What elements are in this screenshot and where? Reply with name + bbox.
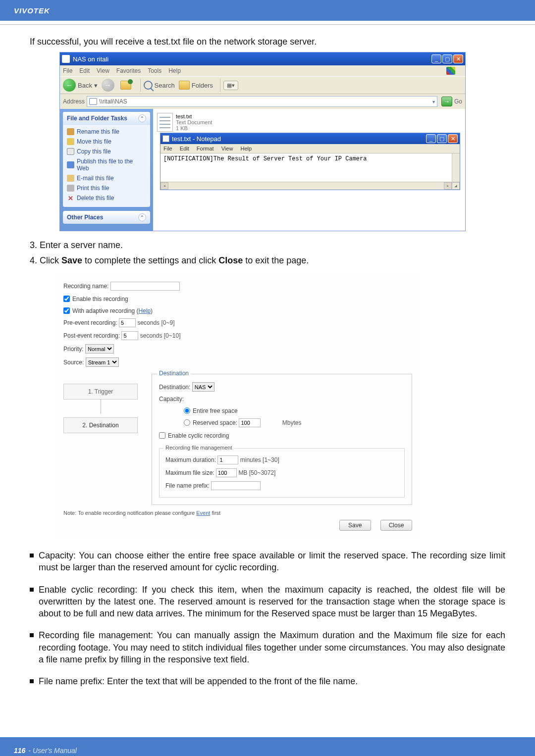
capacity-reserved-label: Reserved space:	[193, 419, 237, 426]
max-filesize-unit: MB [50~3072]	[238, 469, 275, 476]
file-item-test-txt[interactable]: test.txt Text Document 1 KB	[157, 113, 461, 132]
windows-flag-icon	[446, 67, 455, 75]
np-hscrollbar[interactable]: ◂▸◢	[160, 182, 460, 190]
recording-name-label: Recording name:	[63, 283, 108, 290]
task-email[interactable]: E-mail this file	[67, 173, 146, 183]
file-size: 1 KB	[176, 125, 212, 131]
wizard-step-destination[interactable]: 2. Destination	[63, 417, 138, 433]
prefix-input[interactable]	[211, 481, 261, 490]
publish-icon	[67, 161, 74, 168]
adaptive-recording-checkbox[interactable]	[63, 307, 70, 314]
menu-edit[interactable]: Edit	[79, 67, 90, 74]
window-title: NAS on ritali	[73, 55, 108, 63]
capacity-entire-radio[interactable]	[184, 407, 190, 414]
np-menu-file[interactable]: File	[163, 146, 172, 151]
pre-event-unit: seconds [0~9]	[137, 319, 174, 326]
task-print[interactable]: Print this file	[67, 183, 146, 193]
recording-name-input[interactable]	[110, 282, 180, 291]
close-button-form[interactable]: Close	[380, 520, 412, 531]
help-link[interactable]: Help	[138, 307, 151, 314]
max-filesize-label: Maximum file size:	[165, 469, 214, 476]
address-bar: Address \\ritali\NAS ▾ → Go	[60, 94, 465, 109]
pre-event-input[interactable]	[119, 318, 136, 327]
delete-icon: ✕	[67, 195, 74, 202]
save-button[interactable]: Save	[339, 520, 371, 531]
adaptive-recording-label: With adaptive recording (Help)	[72, 307, 153, 314]
post-event-unit: seconds [0~10]	[140, 332, 181, 339]
cyclic-checkbox[interactable]	[159, 432, 165, 439]
destination-label: Destination:	[159, 384, 190, 391]
np-menu-help[interactable]: Help	[240, 146, 252, 151]
notepad-icon	[162, 135, 169, 142]
task-move[interactable]: Move this file	[67, 137, 146, 147]
menu-file[interactable]: File	[63, 67, 72, 74]
max-filesize-input[interactable]	[216, 468, 237, 477]
nas-icon	[62, 55, 70, 63]
source-label: Source:	[63, 359, 84, 366]
reserved-space-input[interactable]	[239, 418, 261, 427]
menubar: File Edit View Favorites Tools Help	[60, 65, 465, 76]
maximize-button[interactable]: ▢	[442, 54, 452, 63]
max-duration-input[interactable]	[217, 455, 238, 464]
step-3: 3. Enter a server name.	[30, 240, 505, 251]
page-footer: 116 - User's Manual	[0, 737, 535, 756]
task-delete[interactable]: ✕Delete this file	[67, 193, 146, 203]
go-button[interactable]: →	[441, 97, 452, 106]
toolbar: ←Back ▾ → Search Folders ▦▾	[60, 76, 465, 94]
menu-tools[interactable]: Tools	[148, 67, 161, 74]
source-select[interactable]: Stream 1	[86, 357, 119, 367]
views-button[interactable]: ▦▾	[223, 81, 238, 90]
collapse-icon[interactable]: ⌃	[138, 114, 146, 122]
explorer-window: NAS on ritali _ ▢ ✕ File Edit View Favor…	[59, 52, 466, 231]
np-vscrollbar[interactable]	[452, 153, 460, 182]
bullet-file-mgmt: Recording file management: You can manua…	[30, 629, 505, 665]
np-maximize-button[interactable]: ▢	[437, 134, 447, 143]
menu-help[interactable]: Help	[168, 67, 181, 74]
pane-other-places[interactable]: Other Places⌃	[63, 211, 150, 224]
recording-settings-form: Recording name: Enable this recording Wi…	[54, 274, 421, 540]
pane-file-folder-tasks[interactable]: File and Folder Tasks⌃	[63, 112, 150, 125]
destination-legend: Destination	[157, 370, 191, 377]
bullet-prefix: File name prefix: Enter the text that wi…	[30, 675, 505, 687]
bullet-capacity: Capacity: You can choose either the enti…	[30, 550, 505, 574]
np-body[interactable]: [NOTIFICATION]The Result of Server Test …	[160, 153, 460, 190]
up-button[interactable]	[120, 81, 133, 90]
np-menubar: File Edit Format View Help	[160, 144, 460, 153]
wizard-step-trigger[interactable]: 1. Trigger	[63, 384, 138, 400]
file-type: Text Document	[176, 119, 212, 125]
capacity-label: Capacity:	[159, 396, 184, 403]
menu-view[interactable]: View	[97, 67, 109, 74]
priority-select[interactable]: Normal	[85, 344, 114, 353]
forward-button[interactable]: →	[102, 79, 116, 92]
folders-button[interactable]: Folders	[179, 81, 213, 90]
task-rename[interactable]: Rename this file	[67, 127, 146, 137]
search-icon	[144, 81, 153, 90]
task-copy[interactable]: Copy this file	[67, 147, 146, 156]
search-button[interactable]: Search	[144, 81, 175, 90]
notepad-title: test.txt - Notepad	[172, 135, 221, 143]
file-mgmt-group: Recording file management Maximum durati…	[159, 448, 405, 498]
menu-favorites[interactable]: Favorites	[116, 67, 141, 74]
file-area: test.txt Text Document 1 KB test.txt - N…	[153, 109, 465, 231]
enable-recording-checkbox[interactable]	[63, 296, 70, 302]
destination-select[interactable]: NAS	[192, 382, 214, 392]
np-menu-view[interactable]: View	[221, 146, 233, 151]
email-icon	[67, 175, 74, 182]
address-field[interactable]: \\ritali\NAS ▾	[87, 96, 437, 107]
minimize-button[interactable]: _	[431, 54, 441, 63]
np-close-button[interactable]: ✕	[448, 134, 458, 143]
address-dropdown-icon[interactable]: ▾	[432, 99, 435, 104]
notepad-window: test.txt - Notepad _ ▢ ✕ File Edit Forma…	[160, 133, 460, 190]
tasks-panel: File and Folder Tasks⌃ Rename this file …	[60, 109, 153, 231]
close-button[interactable]: ✕	[453, 54, 463, 63]
collapse-icon[interactable]: ⌃	[138, 213, 146, 221]
task-publish[interactable]: Publish this file to the Web	[67, 156, 146, 173]
back-button[interactable]: ←Back ▾	[63, 79, 98, 92]
np-minimize-button[interactable]: _	[426, 134, 436, 143]
event-link[interactable]: Event	[196, 510, 210, 516]
page-number: 116	[14, 747, 25, 755]
capacity-reserved-radio[interactable]	[184, 419, 190, 426]
post-event-input[interactable]	[121, 331, 138, 340]
np-menu-format[interactable]: Format	[197, 146, 214, 151]
np-menu-edit[interactable]: Edit	[180, 146, 189, 151]
